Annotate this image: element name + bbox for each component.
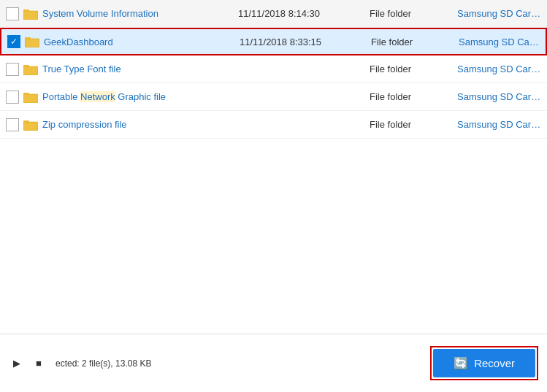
file-checkbox[interactable] bbox=[6, 91, 19, 104]
file-name: Zip compression file bbox=[42, 119, 232, 130]
file-location: Samsung SD Card (... bbox=[451, 8, 541, 19]
folder-icon bbox=[23, 8, 38, 20]
recover-label: Recover bbox=[474, 357, 515, 369]
file-location: Samsung SD Card (... bbox=[451, 64, 541, 74]
file-row[interactable]: Portable Network Graphic fileFile folder… bbox=[0, 83, 547, 111]
file-row[interactable]: System Volume Information11/11/2018 8:14… bbox=[0, 0, 547, 28]
file-date: 11/11/2018 8:14:30 bbox=[232, 8, 364, 19]
file-checkbox[interactable] bbox=[6, 63, 19, 76]
play-icon: ▶ bbox=[13, 358, 20, 369]
stop-button[interactable]: ■ bbox=[31, 356, 47, 372]
file-checkbox[interactable] bbox=[6, 7, 19, 20]
file-type: File folder bbox=[364, 119, 451, 130]
file-name: GeekDashboard bbox=[44, 36, 234, 47]
file-row[interactable]: GeekDashboard11/11/2018 8:33:15File fold… bbox=[0, 28, 547, 55]
file-list: System Volume Information11/11/2018 8:14… bbox=[0, 0, 547, 334]
file-location: Samsung SD Card (... bbox=[451, 119, 541, 130]
file-location: Samsung SD Card (... bbox=[453, 36, 540, 47]
folder-icon bbox=[23, 119, 38, 131]
stop-icon: ■ bbox=[36, 358, 42, 369]
folder-icon bbox=[23, 91, 38, 103]
file-checkbox[interactable] bbox=[6, 118, 19, 131]
file-location: Samsung SD Card (... bbox=[451, 91, 541, 102]
recover-icon: 🔄 bbox=[454, 356, 468, 370]
bottom-bar: ▶ ■ ected: 2 file(s), 13.08 KB 🔄 Recover bbox=[0, 334, 547, 392]
file-row[interactable]: Zip compression fileFile folderSamsung S… bbox=[0, 111, 547, 139]
file-type: File folder bbox=[364, 8, 451, 19]
file-name: System Volume Information bbox=[42, 8, 232, 19]
file-checkbox[interactable] bbox=[7, 35, 20, 48]
status-text: ected: 2 file(s), 13.08 KB bbox=[56, 358, 151, 369]
file-name: Portable Network Graphic file bbox=[42, 91, 232, 102]
recover-btn-wrapper: 🔄 Recover bbox=[430, 346, 538, 380]
folder-icon bbox=[23, 64, 38, 75]
file-row[interactable]: True Type Font fileFile folderSamsung SD… bbox=[0, 55, 547, 83]
file-name: True Type Font file bbox=[42, 64, 232, 74]
file-date: 11/11/2018 8:33:15 bbox=[234, 36, 365, 47]
play-button[interactable]: ▶ bbox=[9, 356, 25, 372]
file-type: File folder bbox=[365, 36, 453, 47]
folder-icon bbox=[25, 36, 39, 47]
recover-button[interactable]: 🔄 Recover bbox=[433, 349, 535, 377]
file-type: File folder bbox=[364, 91, 451, 102]
bottom-left: ▶ ■ ected: 2 file(s), 13.08 KB bbox=[9, 356, 151, 372]
file-type: File folder bbox=[364, 64, 451, 74]
